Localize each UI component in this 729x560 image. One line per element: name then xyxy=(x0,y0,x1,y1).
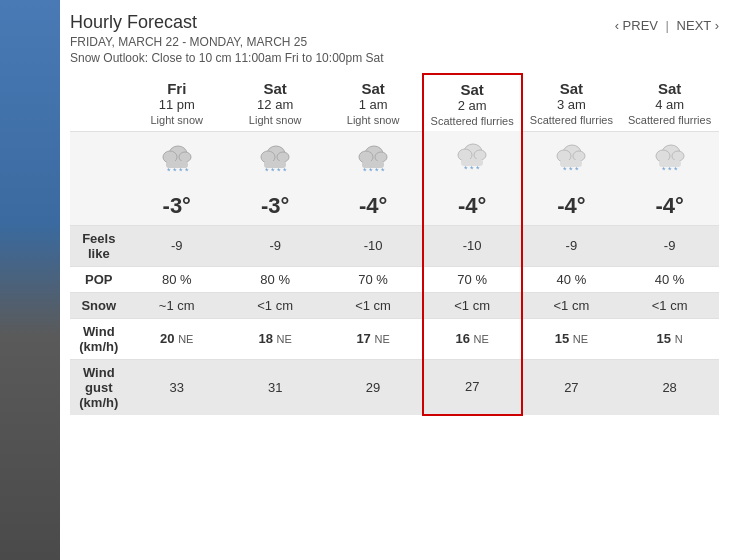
nav-controls[interactable]: ‹ PREV | NEXT › xyxy=(615,18,719,33)
label-row-feels: Feels like xyxy=(70,225,128,266)
col-header-5: Sat4 amScattered flurries xyxy=(620,74,719,131)
label-row-snow: Snow xyxy=(70,292,128,318)
weather-icon-0: * * * * xyxy=(128,131,226,187)
row-pop-value-4: 40 % xyxy=(522,266,621,292)
snow-outlook: Snow Outlook: Close to 10 cm 11:00am Fri… xyxy=(70,51,384,65)
row-gust-value-4: 27 xyxy=(522,359,621,415)
temp-value-1: -3° xyxy=(226,187,324,226)
row-snow-value-2: <1 cm xyxy=(324,292,422,318)
nav-divider: | xyxy=(666,18,669,33)
weather-icon-1: * * * * xyxy=(226,131,324,187)
col-header-4: Sat3 amScattered flurries xyxy=(522,74,621,131)
col-header-1: Sat12 amLight snow xyxy=(226,74,324,131)
icon-row-label xyxy=(70,131,128,187)
header-area: Hourly Forecast FRIDAY, MARCH 22 - MONDA… xyxy=(70,12,719,73)
temp-value-3: -4° xyxy=(423,187,522,226)
row-row-snow: Snow~1 cm<1 cm<1 cm<1 cm<1 cm<1 cm xyxy=(70,292,719,318)
temp-row: -3°-3°-4°-4°-4°-4° xyxy=(70,187,719,226)
temp-value-2: -4° xyxy=(324,187,422,226)
svg-text:* * * *: * * * * xyxy=(363,166,385,176)
svg-point-12 xyxy=(375,152,387,162)
weather-icon-2: * * * * xyxy=(324,131,422,187)
weather-icon-3: * * * xyxy=(423,131,522,187)
row-snow-value-4: <1 cm xyxy=(522,292,621,318)
row-wind-value-4: 15 NE xyxy=(522,318,621,359)
column-headers: Fri11 pmLight snowSat12 amLight snowSat1… xyxy=(70,74,719,131)
svg-text:* * * *: * * * * xyxy=(167,166,189,176)
row-wind-value-1: 18 NE xyxy=(226,318,324,359)
col-header-3: Sat2 amScattered flurries xyxy=(423,74,522,131)
temp-row-label xyxy=(70,187,128,226)
svg-text:* * * *: * * * * xyxy=(265,166,287,176)
row-row-wind: Wind(km/h)20 NE18 NE17 NE16 NE15 NE15 N xyxy=(70,318,719,359)
weather-icon-4: * * * xyxy=(522,131,621,187)
row-wind-value-2: 17 NE xyxy=(324,318,422,359)
row-pop-value-3: 70 % xyxy=(423,266,522,292)
svg-point-2 xyxy=(179,152,191,162)
weather-icon-row: * * * * * * * * * * * * * * * * * * xyxy=(70,131,719,187)
next-button[interactable]: NEXT › xyxy=(677,18,719,33)
row-feels-value-0: -9 xyxy=(128,225,226,266)
svg-text:* * *: * * * xyxy=(563,165,579,175)
label-row-gust: Wind gust(km/h) xyxy=(70,359,128,415)
row-snow-value-0: ~1 cm xyxy=(128,292,226,318)
main-content: Hourly Forecast FRIDAY, MARCH 22 - MONDA… xyxy=(60,0,729,560)
row-feels-value-4: -9 xyxy=(522,225,621,266)
row-row-gust: Wind gust(km/h)333129272728 xyxy=(70,359,719,415)
svg-point-27 xyxy=(672,151,684,161)
row-gust-value-1: 31 xyxy=(226,359,324,415)
row-snow-value-5: <1 cm xyxy=(620,292,719,318)
temp-value-5: -4° xyxy=(620,187,719,226)
row-row-feels: Feels like-9-9-10-10-9-9 xyxy=(70,225,719,266)
row-pop-value-2: 70 % xyxy=(324,266,422,292)
svg-point-7 xyxy=(277,152,289,162)
col-header-0: Fri11 pmLight snow xyxy=(128,74,226,131)
label-row-wind: Wind(km/h) xyxy=(70,318,128,359)
svg-text:* * *: * * * xyxy=(464,164,480,174)
row-wind-value-3: 16 NE xyxy=(423,318,522,359)
row-feels-value-5: -9 xyxy=(620,225,719,266)
date-range: FRIDAY, MARCH 22 - MONDAY, MARCH 25 xyxy=(70,35,384,49)
row-row-pop: POP80 %80 %70 %70 %40 %40 % xyxy=(70,266,719,292)
temp-value-0: -3° xyxy=(128,187,226,226)
svg-point-17 xyxy=(474,150,486,160)
weather-icon-5: * * * xyxy=(620,131,719,187)
prev-button[interactable]: ‹ PREV xyxy=(615,18,658,33)
svg-point-22 xyxy=(573,151,585,161)
row-wind-value-5: 15 N xyxy=(620,318,719,359)
label-row-pop: POP xyxy=(70,266,128,292)
row-gust-value-0: 33 xyxy=(128,359,226,415)
row-gust-value-3: 27 xyxy=(423,359,522,415)
row-pop-value-0: 80 % xyxy=(128,266,226,292)
row-feels-value-2: -10 xyxy=(324,225,422,266)
row-snow-value-3: <1 cm xyxy=(423,292,522,318)
page-title: Hourly Forecast xyxy=(70,12,384,33)
forecast-table: Fri11 pmLight snowSat12 amLight snowSat1… xyxy=(70,73,719,416)
row-wind-value-0: 20 NE xyxy=(128,318,226,359)
row-gust-value-2: 29 xyxy=(324,359,422,415)
col-header-2: Sat1 amLight snow xyxy=(324,74,422,131)
row-snow-value-1: <1 cm xyxy=(226,292,324,318)
row-gust-value-5: 28 xyxy=(620,359,719,415)
row-feels-value-1: -9 xyxy=(226,225,324,266)
row-pop-value-1: 80 % xyxy=(226,266,324,292)
row-pop-value-5: 40 % xyxy=(620,266,719,292)
row-feels-value-3: -10 xyxy=(423,225,522,266)
svg-text:* * *: * * * xyxy=(662,165,678,175)
empty-header xyxy=(70,74,128,131)
sidebar xyxy=(0,0,60,560)
temp-value-4: -4° xyxy=(522,187,621,226)
